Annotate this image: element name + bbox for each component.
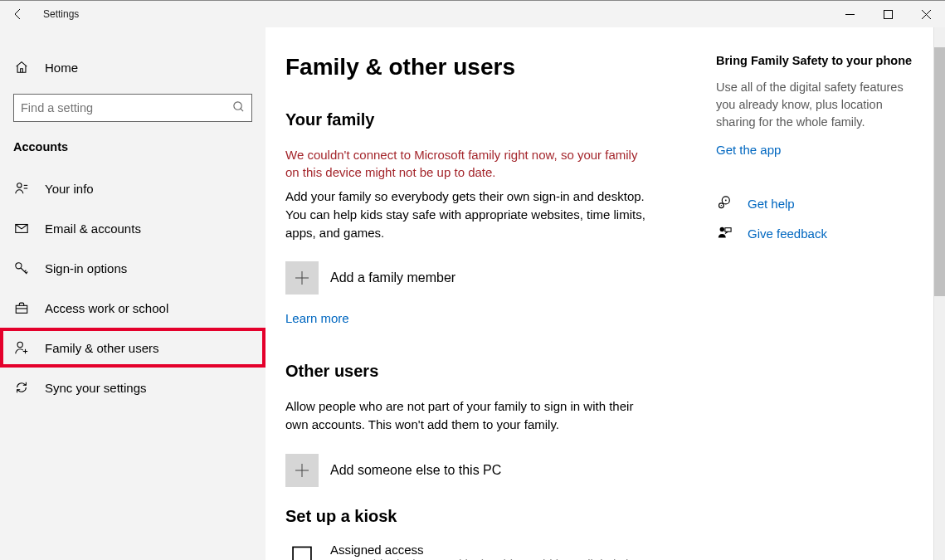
- your-family-heading: Your family: [285, 110, 683, 129]
- close-button[interactable]: [907, 1, 945, 27]
- nav-item-label: Your info: [45, 182, 94, 196]
- app-title: Settings: [43, 8, 79, 20]
- get-help-label: Get help: [748, 197, 795, 211]
- nav-sync-settings[interactable]: Sync your settings: [0, 368, 265, 407]
- give-feedback-label: Give feedback: [748, 226, 827, 241]
- nav-item-label: Family & other users: [45, 341, 159, 355]
- category-label: Accounts: [0, 137, 265, 168]
- help-icon: [716, 195, 733, 212]
- plus-icon: [285, 261, 319, 295]
- learn-more-link[interactable]: Learn more: [285, 311, 349, 325]
- feedback-icon: [716, 225, 733, 241]
- titlebar: Settings: [0, 1, 945, 27]
- give-feedback-link[interactable]: Give feedback: [716, 225, 923, 241]
- family-safety-heading: Bring Family Safety to your phone: [716, 54, 923, 67]
- add-other-label: Add someone else to this PC: [330, 463, 501, 478]
- right-pane: Bring Family Safety to your phone Use al…: [716, 27, 933, 560]
- nav-your-info[interactable]: Your info: [0, 168, 265, 208]
- svg-rect-28: [725, 228, 731, 232]
- svg-point-27: [720, 227, 724, 231]
- svg-rect-20: [293, 547, 311, 560]
- get-help-link[interactable]: Get help: [716, 195, 923, 212]
- nav-sign-in-options[interactable]: Sign-in options: [0, 248, 265, 288]
- nav-item-label: Email & accounts: [45, 222, 141, 236]
- scrollbar-thumb[interactable]: [934, 47, 945, 296]
- sync-icon: [13, 379, 30, 396]
- briefcase-icon: [13, 299, 30, 316]
- kiosk-heading: Set up a kiosk: [285, 507, 683, 526]
- kiosk-icon: [285, 543, 319, 560]
- kiosk-item-subtitle: Set up this device as a kiosk—this could…: [330, 557, 645, 560]
- svg-rect-11: [16, 305, 27, 313]
- svg-point-13: [17, 342, 22, 347]
- main-content: Family & other users Your family We coul…: [265, 27, 716, 560]
- minimize-button[interactable]: [831, 1, 869, 27]
- your-info-icon: [13, 180, 30, 197]
- nav-family-other-users[interactable]: Family & other users: [0, 328, 265, 368]
- nav-home-label: Home: [45, 61, 78, 75]
- search-input[interactable]: [21, 101, 232, 114]
- add-other-user-button[interactable]: Add someone else to this PC: [285, 454, 683, 487]
- person-add-icon: [13, 339, 30, 356]
- plus-icon: [285, 454, 319, 487]
- other-users-heading: Other users: [285, 362, 683, 381]
- svg-point-26: [721, 205, 722, 206]
- add-family-member-button[interactable]: Add a family member: [285, 261, 683, 295]
- svg-point-25: [725, 200, 727, 202]
- nav-home[interactable]: Home: [0, 47, 265, 87]
- key-icon: [13, 260, 30, 276]
- kiosk-item-title: Assigned access: [330, 543, 645, 557]
- nav-email-accounts[interactable]: Email & accounts: [0, 208, 265, 248]
- svg-point-10: [16, 263, 22, 269]
- svg-line-5: [241, 108, 243, 110]
- search-box[interactable]: [13, 94, 252, 122]
- nav-item-label: Sign-in options: [45, 261, 127, 275]
- back-button[interactable]: [0, 1, 37, 27]
- assigned-access-button[interactable]: Assigned access Set up this device as a …: [285, 543, 683, 560]
- mail-icon: [13, 220, 30, 236]
- scrollbar[interactable]: [933, 27, 945, 560]
- sidebar: Home Accounts Your info Email & accounts: [0, 27, 265, 560]
- nav-access-work[interactable]: Access work or school: [0, 288, 265, 328]
- nav-item-label: Access work or school: [45, 301, 168, 315]
- get-app-link[interactable]: Get the app: [716, 143, 781, 157]
- family-desc: Add your family so everybody gets their …: [285, 187, 650, 241]
- maximize-button[interactable]: [869, 1, 907, 27]
- family-error-text: We couldn't connect to Microsoft family …: [285, 146, 650, 181]
- search-icon: [232, 100, 245, 116]
- page-title: Family & other users: [285, 54, 683, 80]
- svg-point-6: [17, 183, 22, 187]
- family-safety-body: Use all of the digital safety features y…: [716, 79, 923, 131]
- other-users-desc: Allow people who are not part of your fa…: [285, 397, 650, 434]
- svg-rect-1: [884, 10, 892, 18]
- nav-item-label: Sync your settings: [45, 381, 147, 395]
- add-family-label: Add a family member: [330, 270, 455, 285]
- home-icon: [13, 59, 30, 75]
